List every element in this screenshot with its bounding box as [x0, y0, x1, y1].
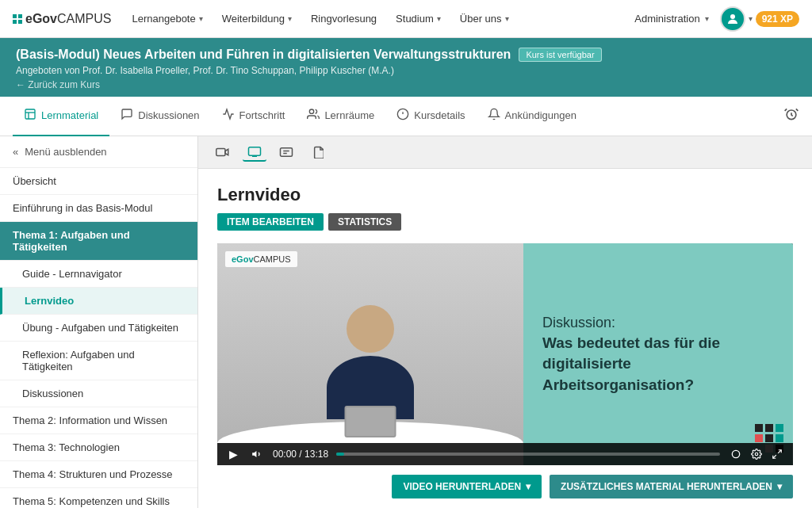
progress-bar[interactable]: [336, 453, 720, 456]
video-tool-slides[interactable]: [274, 143, 298, 162]
chevron-down-icon: ▾: [749, 14, 753, 23]
svg-rect-10: [249, 147, 261, 156]
svg-line-21: [778, 450, 781, 453]
sidebar-item-thema4[interactable]: Thema 4: Strukturen und Prozesse: [0, 461, 197, 488]
course-available-badge: Kurs ist verfügbar: [519, 48, 601, 62]
logo-prefix: eGov: [25, 12, 57, 26]
video-toolbar: [198, 136, 812, 169]
content-area: Lernvideo ITEM BEARBEITEN STATISTICS: [198, 136, 812, 508]
alarm-icon[interactable]: [783, 106, 799, 126]
download-buttons-row: VIDEO HERUNTERLADEN ▾ ZUSÄTZLICHES MATER…: [217, 475, 793, 498]
video-right-panel: Diskussion: Was bedeutet das für die dig…: [523, 243, 793, 465]
video-player: eGovCAMPUS Diskussion: Was bedeutet das …: [217, 243, 793, 465]
chevrons-left-icon: «: [13, 146, 18, 158]
user-avatar[interactable]: [720, 6, 745, 32]
video-controls-bar: ▶ 00:00 / 13:18: [217, 443, 793, 465]
svg-line-22: [773, 455, 776, 458]
tab-fortschritt[interactable]: Fortschritt: [211, 97, 297, 136]
course-header: (Basis-Modul) Neues Arbeiten und Führen …: [0, 38, 812, 97]
video-left-panel: eGovCAMPUS: [217, 243, 523, 465]
laptop: [345, 406, 396, 437]
video-tool-camera[interactable]: [211, 143, 235, 162]
sidebar-item-einfuhrung[interactable]: Einführung in das Basis-Modul: [0, 195, 197, 222]
svg-rect-13: [281, 148, 293, 157]
chevron-down-icon: ▾: [777, 481, 782, 492]
video-title: Lernvideo: [217, 185, 793, 205]
fullscreen-button[interactable]: [769, 449, 785, 460]
ankuendigungen-icon: [488, 108, 500, 123]
fortschritt-icon: [222, 108, 235, 123]
svg-point-0: [730, 14, 735, 19]
tab-ankuendigungen[interactable]: Ankündigungen: [477, 97, 588, 136]
sidebar-item-thema3[interactable]: Thema 3: Technologien: [0, 434, 197, 461]
main-area: « Menü ausblenden Übersicht Einführung i…: [0, 136, 812, 508]
chevron-down-icon: ▾: [437, 14, 441, 23]
tab-kursdetails[interactable]: Kursdetails: [385, 97, 476, 136]
download-video-button[interactable]: VIDEO HERUNTERLADEN ▾: [392, 475, 542, 498]
play-button[interactable]: ▶: [225, 448, 241, 460]
video-content-section: Lernvideo ITEM BEARBEITEN STATISTICS: [198, 169, 812, 508]
sidebar-item-diskussionen-sub[interactable]: Diskussionen: [0, 380, 197, 407]
sidebar-item-guide[interactable]: Guide - Lernnavigator: [0, 261, 197, 288]
course-tabs: Lernmaterial Diskussionen Fortschritt Le…: [0, 97, 812, 136]
sidebar-item-lernvideo[interactable]: Lernvideo: [0, 288, 197, 315]
logo-suffix: CAMPUS: [57, 12, 111, 26]
tab-lernmaterial[interactable]: Lernmaterial: [13, 97, 109, 136]
chevron-down-icon: ▾: [288, 14, 292, 23]
video-logo-overlay: eGovCAMPUS: [225, 251, 297, 267]
lernmaterial-icon: [24, 108, 36, 123]
control-right-buttons: [728, 449, 785, 460]
video-tool-screen[interactable]: [243, 143, 266, 162]
sidebar-toggle[interactable]: « Menü ausblenden: [0, 136, 197, 168]
person-head: [347, 305, 394, 353]
statistics-button[interactable]: STATISTICS: [328, 213, 401, 231]
sidebar-item-ubersicht[interactable]: Übersicht: [0, 168, 197, 195]
course-title: (Basis-Modul) Neues Arbeiten und Führen …: [16, 48, 511, 62]
svg-rect-9: [216, 149, 225, 156]
course-subtitle: Angeboten von Prof. Dr. Isabella Proelle…: [16, 65, 796, 76]
svg-point-20: [755, 453, 758, 456]
sidebar-item-thema1[interactable]: Thema 1: Aufgaben und Tätigkeiten: [0, 222, 197, 261]
sidebar-item-ubung[interactable]: Übung - Aufgaben und Tätigkeiten: [0, 315, 197, 342]
administration-menu[interactable]: Administration ▾: [626, 13, 716, 25]
video-person-area: [217, 243, 523, 465]
progress-fill: [336, 453, 344, 456]
svg-point-4: [310, 109, 314, 113]
kursdetails-icon: [396, 108, 409, 123]
action-buttons: ITEM BEARBEITEN STATISTICS: [217, 213, 793, 231]
chevron-down-icon: ▾: [526, 481, 530, 492]
discussion-text: Diskussion: Was bedeutet das für die dig…: [542, 313, 774, 396]
subtitle-button[interactable]: [728, 449, 744, 460]
volume-button[interactable]: [249, 449, 265, 460]
video-frame: eGovCAMPUS Diskussion: Was bedeutet das …: [217, 243, 793, 465]
logo-grid-icon: [13, 14, 22, 24]
avatar-chevron[interactable]: ▾: [749, 14, 753, 23]
time-display: 00:00 / 13:18: [273, 449, 328, 460]
back-to-course-link[interactable]: Zurück zum Kurs: [16, 79, 796, 90]
nav-weiterbildung[interactable]: Weiterbildung ▾: [214, 0, 300, 38]
sidebar: « Menü ausblenden Übersicht Einführung i…: [0, 136, 198, 508]
chevron-down-icon: ▾: [199, 14, 203, 23]
sidebar-item-thema5[interactable]: Thema 5: Kompetenzen und Skills: [0, 488, 197, 508]
svg-rect-1: [25, 109, 35, 119]
nav-ringvorlesung[interactable]: Ringvorlesung: [303, 0, 385, 38]
lernraeume-icon: [307, 108, 320, 123]
settings-button[interactable]: [749, 449, 764, 460]
video-tool-document[interactable]: [306, 143, 330, 162]
download-material-button[interactable]: ZUSÄTZLICHES MATERIAL HERUNTERLADEN ▾: [550, 475, 793, 498]
nav-studium[interactable]: Studium ▾: [388, 0, 449, 38]
logo[interactable]: eGovCAMPUS: [13, 12, 111, 26]
diskussionen-icon: [121, 108, 133, 123]
nav-lernangebote[interactable]: Lernangebote ▾: [124, 0, 210, 38]
top-navigation: eGovCAMPUS Lernangebote ▾ Weiterbildung …: [0, 0, 812, 38]
nav-ueber-uns[interactable]: Über uns ▾: [452, 0, 517, 38]
sidebar-item-thema2[interactable]: Thema 2: Information und Wissen: [0, 407, 197, 434]
tab-lernraeume[interactable]: Lernräume: [296, 97, 385, 136]
edit-item-button[interactable]: ITEM BEARBEITEN: [217, 213, 324, 231]
chevron-down-icon: ▾: [705, 14, 709, 23]
xp-badge: 921 XP: [756, 11, 799, 27]
tab-diskussionen[interactable]: Diskussionen: [109, 97, 210, 136]
sidebar-item-reflexion[interactable]: Reflexion: Aufgaben und Tätigkeiten: [0, 342, 197, 380]
chevron-down-icon: ▾: [505, 14, 509, 23]
